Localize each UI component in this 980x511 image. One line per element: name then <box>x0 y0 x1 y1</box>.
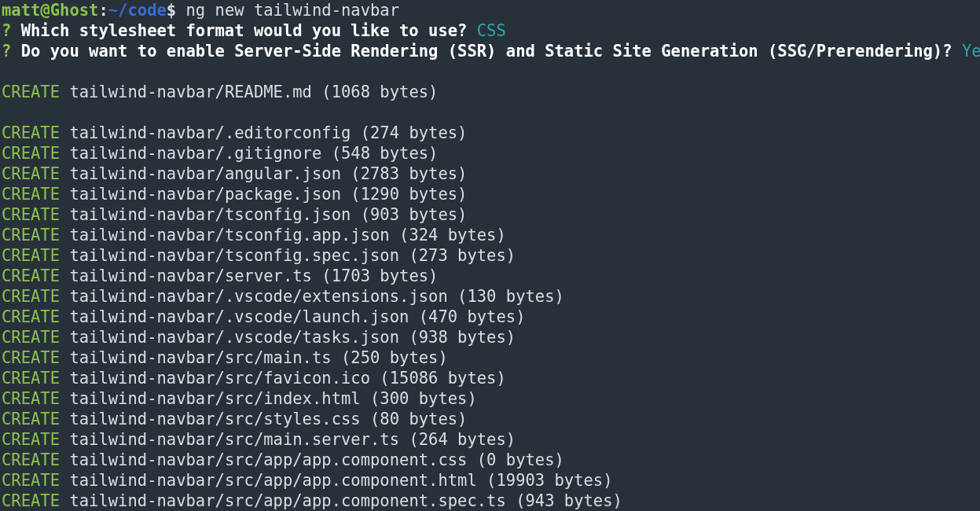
create-label: CREATE <box>2 164 60 183</box>
create-label: CREATE <box>2 430 60 449</box>
output-line: CREATE tailwind-navbar/.vscode/extension… <box>2 286 978 307</box>
create-label: CREATE <box>2 246 60 265</box>
output-line: CREATE tailwind-navbar/src/favicon.ico (… <box>2 368 978 388</box>
create-label: CREATE <box>2 205 60 224</box>
terminal[interactable]: matt@Ghost:~/code$ ng new tailwind-navba… <box>0 0 980 511</box>
file-path: tailwind-navbar/src/app/app.component.sp… <box>60 491 622 510</box>
output-line: CREATE tailwind-navbar/src/app/app.compo… <box>2 470 978 491</box>
create-label: CREATE <box>2 185 60 204</box>
output-line: CREATE tailwind-navbar/package.json (129… <box>2 184 978 204</box>
question-text: Which stylesheet format would you like t… <box>11 21 476 40</box>
output-line: CREATE tailwind-navbar/src/app/app.compo… <box>2 450 978 470</box>
output-line: CREATE tailwind-navbar/src/index.html (3… <box>2 388 978 409</box>
prompt-sep1: : <box>98 1 108 20</box>
output-line: CREATE tailwind-navbar/.vscode/tasks.jso… <box>2 327 978 347</box>
create-label: CREATE <box>2 369 60 388</box>
file-path: tailwind-navbar/src/styles.css (80 bytes… <box>60 410 467 428</box>
create-label: CREATE <box>2 389 60 408</box>
output-line: CREATE tailwind-navbar/.gitignore (548 b… <box>2 143 978 164</box>
output-line: CREATE tailwind-navbar/src/app/app.compo… <box>2 491 978 511</box>
file-path: tailwind-navbar/src/main.server.ts (264 … <box>60 430 516 449</box>
output-line: CREATE tailwind-navbar/src/main.ts (250 … <box>2 347 978 368</box>
create-label: CREATE <box>2 450 60 469</box>
output-line: CREATE tailwind-navbar/README.md (1068 b… <box>2 82 978 102</box>
create-label: CREATE <box>2 348 60 367</box>
file-path: tailwind-navbar/tsconfig.json (903 bytes… <box>60 205 467 224</box>
typed-command: ng new tailwind-navbar <box>186 1 400 20</box>
file-path: tailwind-navbar/src/index.html (300 byte… <box>60 389 477 408</box>
question-mark-icon: ? <box>2 21 11 40</box>
blank-line <box>2 61 978 82</box>
create-label: CREATE <box>2 226 60 244</box>
output-line: CREATE tailwind-navbar/tsconfig.app.json… <box>2 225 978 245</box>
create-label: CREATE <box>2 471 60 490</box>
file-path: tailwind-navbar/tsconfig.spec.json (273 … <box>60 246 516 265</box>
output-line: CREATE tailwind-navbar/src/styles.css (8… <box>2 409 978 429</box>
file-path: tailwind-navbar/src/app/app.component.cs… <box>60 450 564 469</box>
file-path: tailwind-navbar/.gitignore (548 bytes) <box>60 144 438 163</box>
create-label: CREATE <box>2 491 60 510</box>
create-label: CREATE <box>2 410 60 428</box>
create-label: CREATE <box>2 83 60 101</box>
question-answer: Yes <box>962 42 980 61</box>
output-line: CREATE tailwind-navbar/src/main.server.t… <box>2 429 978 450</box>
output-line: CREATE tailwind-navbar/tsconfig.json (90… <box>2 204 978 225</box>
file-path: tailwind-navbar/.vscode/extensions.json … <box>60 287 564 306</box>
file-path: tailwind-navbar/README.md (1068 bytes) <box>60 83 438 101</box>
create-label: CREATE <box>2 287 60 306</box>
output-line: CREATE tailwind-navbar/angular.json (278… <box>2 164 978 184</box>
question-mark-icon: ? <box>2 42 11 61</box>
prompt-cwd: ~/code <box>108 1 167 20</box>
question-text: Do you want to enable Server-Side Render… <box>11 42 962 61</box>
file-path: tailwind-navbar/src/app/app.component.ht… <box>60 471 613 490</box>
output-line: CREATE tailwind-navbar/tsconfig.spec.jso… <box>2 245 978 266</box>
file-path: tailwind-navbar/package.json (1290 bytes… <box>60 185 467 204</box>
create-label: CREATE <box>2 144 60 163</box>
file-path: tailwind-navbar/tsconfig.app.json (324 b… <box>60 226 506 244</box>
create-label: CREATE <box>2 328 60 347</box>
cli-question-line: ? Do you want to enable Server-Side Rend… <box>2 41 978 61</box>
cli-question-line: ? Which stylesheet format would you like… <box>2 20 978 41</box>
file-path: tailwind-navbar/server.ts (1703 bytes) <box>60 267 438 285</box>
file-path: tailwind-navbar/.editorconfig (274 bytes… <box>60 123 467 142</box>
blank-line <box>2 102 978 123</box>
file-path: tailwind-navbar/angular.json (2783 bytes… <box>60 164 467 183</box>
question-answer: CSS <box>477 21 506 40</box>
output-line: CREATE tailwind-navbar/.vscode/launch.js… <box>2 307 978 327</box>
prompt-line: matt@Ghost:~/code$ ng new tailwind-navba… <box>2 0 978 20</box>
create-label: CREATE <box>2 267 60 285</box>
output-line: CREATE tailwind-navbar/.editorconfig (27… <box>2 123 978 143</box>
file-path: tailwind-navbar/src/favicon.ico (15086 b… <box>60 369 506 388</box>
create-label: CREATE <box>2 307 60 326</box>
output-line: CREATE tailwind-navbar/server.ts (1703 b… <box>2 266 978 286</box>
create-label: CREATE <box>2 123 60 142</box>
prompt-sep2: $ <box>167 1 186 20</box>
file-path: tailwind-navbar/src/main.ts (250 bytes) <box>60 348 448 367</box>
prompt-user-host: matt@Ghost <box>2 1 98 20</box>
file-path: tailwind-navbar/.vscode/launch.json (470… <box>60 307 525 326</box>
file-path: tailwind-navbar/.vscode/tasks.json (938 … <box>60 328 516 347</box>
